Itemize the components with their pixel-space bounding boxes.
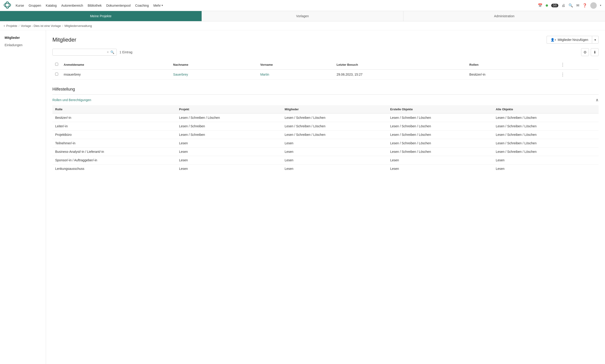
top-nav: Kurse Gruppen Katalog Autorenbereich Bib… (0, 0, 605, 11)
cell-row-actions: ⋮ (558, 70, 599, 79)
add-member-button[interactable]: 👤+ Mitglieder hinzufügen (547, 36, 592, 44)
perm-cell-mitglieder: Lesen / Schreiben / Löschen (282, 130, 387, 139)
permissions-row: ProjektbüroLesen / SchreibenLesen / Schr… (53, 130, 599, 139)
permissions-row: Business-Analyst/-in / Lieferant/-inLese… (53, 147, 599, 156)
dropdown-chevron-icon: ▾ (594, 38, 596, 42)
members-table-body: msauerbrey Sauerbrey Martin 29.06.2023, … (53, 70, 599, 79)
row-checkbox-cell (53, 70, 61, 79)
col-rollen: Rollen (467, 60, 558, 70)
search-submit-icon[interactable]: 🔍 (110, 50, 114, 54)
permissions-row: Leiter/-inLesen / SchreibenLesen / Schre… (53, 122, 599, 130)
breadcrumb-projekte[interactable]: Projekte (6, 24, 17, 27)
nav-dokumentenpool[interactable]: Dokumentenpool (106, 4, 131, 7)
nav-katalog[interactable]: Katalog (46, 4, 56, 7)
perm-col-rolle: Rolle (53, 105, 176, 114)
nav-mehr-label: Mehr (153, 4, 161, 7)
perm-cell-projekt: Lesen (176, 156, 282, 165)
nav-kurse[interactable]: Kurse (16, 4, 24, 7)
cell-nachname: Sauerbrey (170, 70, 257, 79)
perm-cell-erstelle_objekte: Lesen / Schreiben / Löschen (387, 147, 493, 156)
help-section: Hilfestellung Rollen und Berechtigungen … (53, 87, 599, 173)
select-all-checkbox[interactable] (55, 63, 58, 66)
help-icon[interactable]: ❓ (582, 3, 587, 8)
tab-vorlagen[interactable]: Vorlagen (202, 11, 404, 21)
chevron-up-icon: ∧ (596, 98, 599, 102)
clear-search-icon[interactable]: ✕ (107, 51, 109, 54)
col-checkbox (53, 60, 61, 70)
perm-cell-mitglieder: Lesen / Schreiben / Löschen (282, 122, 387, 130)
perm-cell-rolle: Sponsor/-in / Auftraggeber/-in (53, 156, 176, 165)
status-dot (546, 4, 548, 7)
cell-anmeldename: msauerbrey (61, 70, 170, 79)
perm-cell-alle_objekte: Lesen / Schreiben / Löschen (493, 122, 599, 130)
nav-autorenbereich[interactable]: Autorenbereich (61, 4, 83, 7)
row-more-button[interactable]: ⋮ (561, 72, 565, 77)
download-button[interactable]: ⬇ (591, 48, 599, 56)
svg-point-0 (4, 3, 11, 7)
add-member-dropdown-button[interactable]: ▾ (592, 36, 599, 44)
score-badge: 0/0 (551, 4, 558, 7)
permissions-table: Rolle Projekt Mitglieder Erstelle Objekt… (53, 105, 599, 173)
avatar[interactable] (590, 2, 597, 9)
breadcrumb-vorlage[interactable]: Vorlage - Dies ist eine Vorlage (21, 24, 61, 27)
nav-bibliothek[interactable]: Bibliothek (88, 4, 102, 7)
perm-cell-mitglieder: Lesen (282, 156, 387, 165)
perm-cell-mitglieder: Lesen (282, 165, 387, 173)
account-chevron-icon[interactable]: ▾ (600, 4, 601, 7)
search-input[interactable] (55, 50, 105, 54)
perm-cell-projekt: Lesen (176, 139, 282, 147)
permissions-row: Teilnehmer/-inLesenLesenLesen / Schreibe… (53, 139, 599, 147)
perm-cell-erstelle_objekte: Lesen / Schreiben / Löschen (387, 130, 493, 139)
search-icon[interactable]: 🔍 (568, 3, 573, 8)
chevron-down-icon: ▾ (162, 4, 163, 7)
cell-letzter-besuch: 29.06.2023, 15:27 (334, 70, 467, 79)
toolbar-right: ⚙ ⬇ (581, 48, 599, 56)
row-checkbox[interactable] (55, 73, 58, 76)
logo[interactable] (4, 1, 11, 9)
members-table: Anmeldename Nachname Vorname Letzter Bes… (53, 60, 599, 79)
sidebar-item-mitglieder[interactable]: Mitglieder (0, 34, 46, 41)
nav-coaching[interactable]: Coaching (135, 4, 149, 7)
calendar-icon[interactable]: 📅 (538, 3, 542, 8)
perm-cell-erstelle_objekte: Lesen / Schreiben / Löschen (387, 122, 493, 130)
permissions-row: LenkungsausschussLesenLesenLesenLesen (53, 165, 599, 173)
perm-cell-mitglieder: Lesen / Schreiben / Löschen (282, 114, 387, 122)
print-icon[interactable]: 🖨 (562, 3, 565, 8)
perm-cell-rolle: Besitzer/-in (53, 114, 176, 122)
perm-cell-erstelle_objekte: Lesen / Schreiben / Löschen (387, 114, 493, 122)
perm-cell-alle_objekte: Lesen / Schreiben / Löschen (493, 139, 599, 147)
breadcrumb-back-button[interactable]: ‹ (4, 24, 5, 28)
perm-col-erstelle-objekte: Erstelle Objekte (387, 105, 493, 114)
perm-col-projekt: Projekt (176, 105, 282, 114)
rollen-link[interactable]: Rollen und Berechtigungen (53, 98, 91, 102)
help-title: Hilfestellung (53, 87, 599, 92)
user-plus-icon: 👤+ (551, 38, 556, 42)
permissions-row: Besitzer/-inLesen / Schreiben / LöschenL… (53, 114, 599, 122)
cell-vorname: Martin (257, 70, 334, 79)
tab-administration[interactable]: Administration (403, 11, 605, 21)
vorname-link[interactable]: Martin (260, 73, 269, 76)
breadcrumb-current: Mitgliederverwaltung (64, 24, 92, 27)
cell-rollen: Besitzer/-in (467, 70, 558, 79)
table-row: msauerbrey Sauerbrey Martin 29.06.2023, … (53, 70, 599, 79)
sidebar-item-einladungen[interactable]: Einladungen (0, 41, 46, 49)
table-header-more-button[interactable]: ⋮ (561, 62, 565, 67)
nachname-link[interactable]: Sauerbrey (173, 73, 188, 76)
perm-cell-rolle: Projektbüro (53, 130, 176, 139)
tab-meine-projekte[interactable]: Meine Projekte (0, 11, 202, 21)
add-member-label: Mitglieder hinzufügen (558, 38, 588, 42)
add-member-btn-group: 👤+ Mitglieder hinzufügen ▾ (547, 36, 599, 44)
perm-cell-alle_objekte: Lesen (493, 156, 599, 165)
mail-icon[interactable]: ✉ (576, 3, 579, 8)
download-icon: ⬇ (593, 50, 596, 54)
content-header: Mitglieder 👤+ Mitglieder hinzufügen ▾ (53, 36, 599, 44)
collapse-button[interactable]: ∧ (596, 97, 599, 103)
settings-button[interactable]: ⚙ (581, 48, 589, 56)
perm-cell-projekt: Lesen / Schreiben (176, 130, 282, 139)
sidebar: Mitglieder Einladungen (0, 30, 46, 364)
nav-gruppen[interactable]: Gruppen (29, 4, 41, 7)
perm-cell-erstelle_objekte: Lesen / Schreiben / Löschen (387, 139, 493, 147)
nav-links: Kurse Gruppen Katalog Autorenbereich Bib… (16, 4, 533, 7)
search-input-wrapper: ✕ 🔍 (53, 49, 117, 56)
nav-mehr-dropdown[interactable]: Mehr ▾ (153, 4, 163, 7)
